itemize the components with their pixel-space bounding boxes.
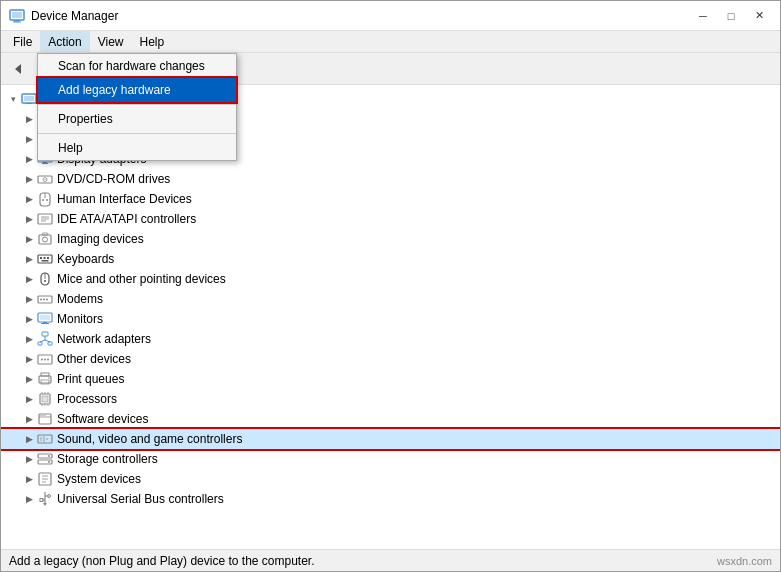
print-icon: [37, 371, 53, 387]
modems-label: Modems: [57, 292, 103, 306]
modems-expand-icon[interactable]: ▶: [21, 291, 37, 307]
properties-item[interactable]: Properties: [38, 107, 236, 131]
tree-item-sound[interactable]: ▶ Sound, video and game controllers: [1, 429, 780, 449]
svg-point-66: [44, 359, 46, 361]
mice-icon: [37, 271, 53, 287]
software-expand-icon[interactable]: ▶: [21, 411, 37, 427]
ide-label: IDE ATA/ATAPI controllers: [57, 212, 196, 226]
svg-rect-101: [40, 499, 43, 502]
svg-rect-44: [44, 257, 46, 259]
root-expand-icon[interactable]: ▾: [5, 91, 21, 107]
toolbar-back-button[interactable]: [5, 56, 33, 82]
tree-item-network[interactable]: ▶ Network adapters: [1, 329, 780, 349]
svg-point-51: [40, 299, 42, 301]
modems-icon: [37, 291, 53, 307]
dvd-label: DVD/CD-ROM drives: [57, 172, 170, 186]
tree-item-other[interactable]: ▶ Other devices: [1, 349, 780, 369]
tree-item-monitors[interactable]: ▶ Monitors: [1, 309, 780, 329]
svg-rect-85: [38, 435, 52, 443]
other-expand-icon[interactable]: ▶: [21, 351, 37, 367]
tree-item-storage[interactable]: ▶ Storage controllers: [1, 449, 780, 469]
processors-expand-icon[interactable]: ▶: [21, 391, 37, 407]
dropdown-separator-1: [38, 104, 236, 105]
storage-icon: [37, 451, 53, 467]
svg-point-84: [44, 415, 45, 416]
status-bar: Add a legacy (non Plug and Play) device …: [1, 549, 780, 571]
svg-rect-55: [40, 315, 50, 320]
svg-rect-56: [43, 322, 47, 323]
sound-expand-icon[interactable]: ▶: [21, 431, 37, 447]
ide-expand-icon[interactable]: ▶: [21, 211, 37, 227]
tree-item-processors[interactable]: ▶ Processors: [1, 389, 780, 409]
other-icon: [37, 351, 53, 367]
svg-rect-16: [26, 103, 32, 104]
dvd-expand-icon[interactable]: ▶: [21, 171, 37, 187]
add-legacy-hardware-item[interactable]: Add legacy hardware: [38, 78, 236, 102]
tree-item-keyboards[interactable]: ▶ Keyboards: [1, 249, 780, 269]
menu-file[interactable]: File: [5, 31, 40, 52]
tree-item-print[interactable]: ▶ Print queues: [1, 369, 780, 389]
minimize-button[interactable]: ─: [690, 5, 716, 27]
tree-item-mice[interactable]: ▶ Mice and other pointing devices: [1, 269, 780, 289]
maximize-button[interactable]: □: [718, 5, 744, 27]
title-controls: ─ □ ✕: [690, 5, 772, 27]
menu-view[interactable]: View: [90, 31, 132, 52]
keyboards-expand-icon[interactable]: ▶: [21, 251, 37, 267]
tree-item-imaging[interactable]: ▶ Imaging devices: [1, 229, 780, 249]
svg-point-65: [41, 359, 43, 361]
imaging-expand-icon[interactable]: ▶: [21, 231, 37, 247]
disk-expand-icon[interactable]: ▶: [21, 131, 37, 147]
window-icon: [9, 8, 25, 24]
svg-rect-57: [41, 323, 49, 324]
svg-rect-60: [48, 342, 52, 345]
network-icon: [37, 331, 53, 347]
imaging-label: Imaging devices: [57, 232, 144, 246]
root-icon: [21, 91, 37, 107]
keyboards-icon: [37, 251, 53, 267]
storage-expand-icon[interactable]: ▶: [21, 451, 37, 467]
svg-rect-58: [42, 332, 48, 336]
mice-expand-icon[interactable]: ▶: [21, 271, 37, 287]
hid-expand-icon[interactable]: ▶: [21, 191, 37, 207]
usb-icon: [37, 491, 53, 507]
svg-rect-59: [38, 342, 42, 345]
menu-action[interactable]: Action: [40, 31, 89, 52]
display-expand-icon[interactable]: ▶: [21, 151, 37, 167]
svg-rect-1: [12, 12, 22, 18]
action-dropdown-menu: Scan for hardware changes Add legacy har…: [37, 53, 237, 161]
tree-item-system[interactable]: ▶ System devices: [1, 469, 780, 489]
svg-point-34: [46, 199, 48, 201]
menu-help[interactable]: Help: [132, 31, 173, 52]
svg-point-92: [48, 461, 50, 463]
usb-expand-icon[interactable]: ▶: [21, 491, 37, 507]
hid-label: Human Interface Devices: [57, 192, 192, 206]
help-dropdown-item[interactable]: Help: [38, 136, 236, 160]
monitors-label: Monitors: [57, 312, 103, 326]
tree-item-hid[interactable]: ▶ Human Interface Devices: [1, 189, 780, 209]
scan-hardware-item[interactable]: Scan for hardware changes: [38, 54, 236, 78]
network-label: Network adapters: [57, 332, 151, 346]
tree-item-dvd[interactable]: ▶ DVD/CD-ROM drives: [1, 169, 780, 189]
close-button[interactable]: ✕: [746, 5, 772, 27]
computer-expand-icon[interactable]: ▶: [21, 111, 37, 127]
svg-point-40: [43, 237, 48, 242]
menu-bar: File Action View Help Scan for hardware …: [1, 31, 780, 53]
svg-point-91: [48, 455, 50, 457]
monitors-expand-icon[interactable]: ▶: [21, 311, 37, 327]
tree-item-usb[interactable]: ▶ Universal Serial Bus controllers: [1, 489, 780, 509]
tree-item-software[interactable]: ▶ Software devices: [1, 409, 780, 429]
network-expand-icon[interactable]: ▶: [21, 331, 37, 347]
system-expand-icon[interactable]: ▶: [21, 471, 37, 487]
tree-item-ide[interactable]: ▶ IDE ATA/ATAPI controllers: [1, 209, 780, 229]
svg-point-33: [42, 199, 44, 201]
device-manager-window: Device Manager ─ □ ✕ File Action View He…: [0, 0, 781, 572]
other-label: Other devices: [57, 352, 131, 366]
keyboards-label: Keyboards: [57, 252, 114, 266]
svg-rect-26: [43, 162, 47, 163]
ide-icon: [37, 211, 53, 227]
tree-item-modems[interactable]: ▶ Modems: [1, 289, 780, 309]
svg-rect-45: [47, 257, 49, 259]
svg-rect-27: [42, 163, 48, 164]
svg-rect-2: [14, 20, 20, 22]
print-expand-icon[interactable]: ▶: [21, 371, 37, 387]
